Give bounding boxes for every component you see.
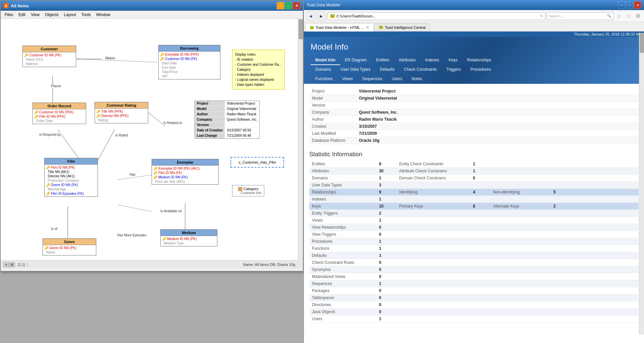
tab-notes[interactable]: Notes — [407, 74, 427, 84]
menu-view[interactable]: View — [28, 12, 42, 18]
entity-exemplar[interactable]: Exemplar 🔑Exemplar ID NN (PK) (AK1) 🔑Fil… — [152, 159, 219, 185]
tab-entities[interactable]: Entities — [371, 56, 394, 65]
stat-empty6 — [551, 175, 639, 182]
stat-ak-value: 2 — [551, 203, 639, 210]
attr-ex-id: 🔑Exemplar ID NN (PK) (AK1) — [153, 166, 217, 171]
model-dbplatform-value: Oracle 10g — [356, 137, 639, 144]
diagram-canvas: Customer 🔑Customer ID NN (PK) Name (IX1)… — [1, 19, 303, 260]
gear-icon[interactable]: ⚙ — [634, 12, 642, 20]
stat-syn-value: 0 — [376, 266, 396, 273]
right-scroll-thumb[interactable] — [640, 33, 644, 53]
menu-layout[interactable]: Layout — [61, 12, 79, 18]
stat-proc-value: 1 — [376, 238, 396, 245]
search-placeholder: Search... — [549, 14, 607, 18]
maximize-button[interactable]: □ — [285, 2, 292, 9]
left-scroll-thumb[interactable] — [299, 19, 303, 39]
minimize-button[interactable]: ─ — [277, 2, 284, 9]
entity-borrowing[interactable]: Borrowing 🔑Exemplar ID NN (PFK) 🔑Custome… — [158, 45, 220, 79]
address-bar[interactable]: 🐸 C:\Users\Toad\Docum... ↻ — [327, 12, 545, 20]
model-nav-tabs-row2: Domains User Data Types Defaults Check C… — [311, 65, 637, 74]
model-info-content: Model Info Model Info ER Diagram Entitie… — [304, 37, 644, 325]
stats-row-procedures: Procedures 1 — [309, 238, 639, 245]
stat-indexes-label: Indexes — [309, 196, 376, 203]
entity-customer-rating[interactable]: Customer Rating 🔑Title NN (PFK) 🔑Directo… — [95, 102, 148, 123]
tab-triggers[interactable]: Triggers — [442, 65, 466, 74]
attr-genre-id-pk: 🔑Genre ID NN (PK) — [44, 246, 95, 250]
stat-empty40 — [470, 252, 490, 259]
home-icon[interactable]: ⌂ — [615, 12, 623, 20]
tab-intelligence-central[interactable]: 🐸 Toad Intelligence Central — [374, 23, 430, 31]
stat-rel-ident-label: Identifying — [396, 189, 470, 196]
status-db-info: Name: All Items DB: Oracle 10g — [243, 263, 295, 267]
category-entity[interactable]: Category Customer info — [232, 185, 264, 196]
stat-empty75 — [396, 316, 470, 323]
entity-medium[interactable]: Medium 🔑Medium ID NN (PK) Medium Type — [160, 229, 217, 246]
stat-empty58 — [551, 280, 639, 287]
tab-defaults[interactable]: Defaults — [375, 65, 399, 74]
stat-empty65 — [490, 294, 551, 301]
browser-close-button[interactable]: ✕ — [634, 1, 641, 9]
tab-sequences[interactable]: Sequences — [358, 74, 387, 84]
forward-button[interactable]: ► — [317, 11, 326, 21]
tab-domains[interactable]: Domains — [311, 65, 336, 74]
entity-genre[interactable]: Genre 🔑Genre ID NN (PK) Name — [43, 238, 96, 255]
stat-empty15 — [396, 210, 470, 217]
view-entity[interactable]: v_Customer_Has_Film — [230, 157, 284, 168]
model-dbplatform-label: Database Platform — [309, 137, 356, 144]
search-bar[interactable]: Search... 🔍 — [547, 12, 614, 20]
back-button[interactable]: ◄ — [306, 11, 315, 21]
stat-dir-value: 0 — [376, 301, 396, 308]
tab-attributes[interactable]: Attributes — [394, 56, 421, 65]
tab-er-diagram[interactable]: ER Diagram — [340, 56, 371, 65]
model-nav-tabs-row3: Functions Views Sequences Users Notes — [311, 74, 637, 84]
browser-max-button[interactable]: □ — [626, 1, 633, 9]
entity-order-record[interactable]: Order Record 🔑Customer ID NN (PFK) 🔑Film… — [33, 103, 86, 124]
model-author-label: Author — [309, 116, 356, 123]
stats-row-attributes: Attributes 30 Attribute Check Constrains… — [309, 168, 639, 175]
stats-row-synonyms: Synonyms 0 — [309, 266, 639, 273]
search-icon[interactable]: 🔍 — [607, 14, 611, 18]
browser-min-button[interactable]: ─ — [618, 1, 625, 9]
left-scrollbar[interactable] — [298, 19, 303, 261]
tab-toad-modeler[interactable]: 🐸 Toad Data Modeler - HTML ... ✕ — [305, 23, 374, 32]
tab-users[interactable]: Users — [387, 74, 407, 84]
tab-check-constraints[interactable]: Check Constraints — [399, 65, 442, 74]
menu-tools[interactable]: Tools — [79, 12, 94, 18]
close-button[interactable]: ✕ — [293, 2, 300, 9]
tab-procedures[interactable]: Procedures — [466, 65, 495, 74]
entity-customer[interactable]: Customer 🔑Customer ID NN (PK) Name (IX1)… — [22, 46, 76, 67]
menu-objects[interactable]: Objects — [42, 12, 61, 18]
tab-keys[interactable]: Keys — [444, 56, 462, 65]
grid-toggle[interactable]: ⊞ — [8, 262, 15, 267]
tab-indexes[interactable]: Indexes — [420, 56, 444, 65]
stats-row-mat-views: Materialized Views 0 — [309, 273, 639, 280]
model-version-value — [356, 102, 639, 109]
tab-user-data-types[interactable]: User Data Types — [336, 65, 375, 74]
tab-close-toad[interactable]: ✕ — [366, 25, 369, 30]
menu-window[interactable]: Window — [94, 12, 113, 18]
menu-edit[interactable]: Edit — [16, 12, 28, 18]
model-nav-tabs-row1: Model Info ER Diagram Entities Attribute… — [311, 56, 637, 65]
tab-model-info[interactable]: Model Info — [311, 56, 340, 65]
star-icon[interactable]: ☆ — [625, 12, 633, 20]
stat-empty13 — [490, 196, 551, 203]
menu-files[interactable]: Files — [2, 12, 16, 18]
stat-empty37 — [490, 245, 551, 252]
stat-empty20 — [470, 217, 490, 224]
stat-empty30 — [551, 231, 639, 238]
entity-film[interactable]: Film 🔑Film ID NN (PK) Title NN (AK1) Dir… — [44, 158, 98, 197]
right-scrollbar[interactable] — [639, 33, 644, 335]
tab-views[interactable]: Views — [337, 74, 358, 84]
tab-functions[interactable]: Functions — [311, 74, 337, 84]
tab-relationships[interactable]: Relationships — [462, 56, 496, 65]
stats-row-views: Views 1 — [309, 217, 639, 224]
stat-empty10 — [551, 182, 639, 189]
scroll-left-arrow[interactable]: ◄ — [3, 262, 8, 267]
attr-min-age: Minimal Age — [46, 187, 96, 191]
stat-pkg-label: Packages — [309, 287, 376, 294]
stat-users-label: Users — [309, 316, 376, 323]
refresh-icon[interactable]: ↻ — [540, 14, 543, 18]
stat-empty57 — [490, 280, 551, 287]
stat-empty60 — [470, 287, 490, 294]
svg-line-0 — [78, 59, 160, 62]
